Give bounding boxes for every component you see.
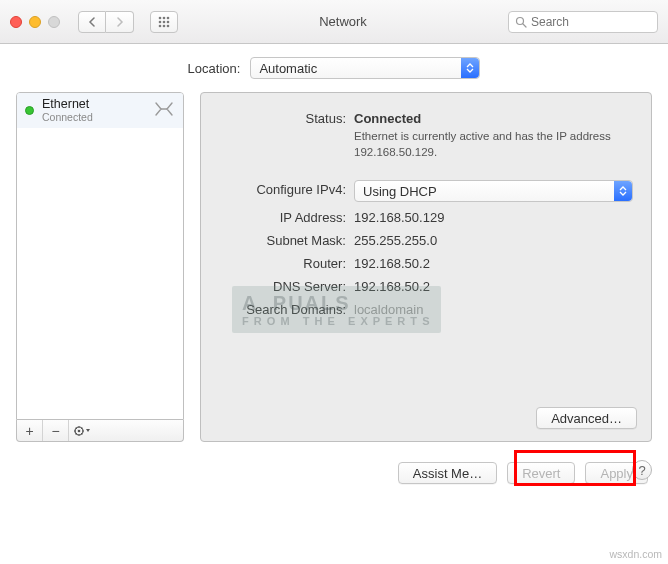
status-dot-icon: [25, 106, 34, 115]
search-domains-value: localdomain: [354, 300, 633, 317]
search-domains-label: Search Domains:: [219, 300, 354, 317]
services-list[interactable]: Ethernet Connected: [16, 92, 184, 420]
revert-button[interactable]: Revert: [507, 462, 575, 484]
search-field[interactable]: [508, 11, 658, 33]
chevron-updown-icon: [614, 181, 632, 201]
service-actions-button[interactable]: [69, 420, 95, 441]
svg-point-9: [517, 17, 524, 24]
window-title: Network: [186, 14, 500, 29]
svg-point-15: [78, 429, 81, 432]
assist-me-button[interactable]: Assist Me…: [398, 462, 497, 484]
configure-ipv4-value: Using DHCP: [363, 184, 437, 199]
configure-ipv4-label: Configure IPv4:: [219, 180, 354, 202]
window-titlebar: Network: [0, 0, 668, 44]
svg-point-8: [167, 24, 170, 27]
router-value: 192.168.50.2: [354, 254, 633, 271]
minimize-window-button[interactable]: [29, 16, 41, 28]
services-toolbar: + −: [16, 420, 184, 442]
svg-point-5: [167, 20, 170, 23]
back-button[interactable]: [78, 11, 106, 33]
search-input[interactable]: [531, 15, 651, 29]
svg-point-7: [163, 24, 166, 27]
ethernet-icon: [153, 100, 175, 122]
configure-ipv4-select[interactable]: Using DHCP: [354, 180, 633, 202]
location-select[interactable]: Automatic: [250, 57, 480, 79]
help-button[interactable]: ?: [632, 460, 652, 480]
service-name: Ethernet: [42, 98, 145, 112]
nav-back-forward: [78, 11, 134, 33]
close-window-button[interactable]: [10, 16, 22, 28]
search-icon: [515, 16, 527, 28]
svg-point-1: [163, 16, 166, 19]
location-row: Location: Automatic: [0, 44, 668, 92]
footer-buttons: Assist Me… Revert Apply: [0, 452, 668, 494]
svg-point-13: [165, 108, 167, 110]
sidebar-item-ethernet[interactable]: Ethernet Connected: [17, 93, 183, 128]
remove-service-button[interactable]: −: [43, 420, 69, 441]
svg-point-11: [163, 108, 165, 110]
chevron-updown-icon: [461, 58, 479, 78]
router-label: Router:: [219, 254, 354, 271]
dns-server-label: DNS Server:: [219, 277, 354, 294]
dns-server-value: 192.168.50.2: [354, 277, 633, 294]
svg-point-12: [161, 108, 163, 110]
status-subtext: Ethernet is currently active and has the…: [354, 129, 633, 160]
service-detail-pane: Status: Connected Ethernet is currently …: [200, 92, 652, 442]
services-sidebar: Ethernet Connected + −: [16, 92, 184, 442]
subnet-mask-label: Subnet Mask:: [219, 231, 354, 248]
svg-point-2: [167, 16, 170, 19]
service-status: Connected: [42, 112, 145, 124]
advanced-button[interactable]: Advanced…: [536, 407, 637, 429]
window-controls: [10, 16, 60, 28]
status-label: Status:: [219, 109, 354, 160]
forward-button[interactable]: [106, 11, 134, 33]
svg-point-3: [159, 20, 162, 23]
zoom-window-button[interactable]: [48, 16, 60, 28]
svg-point-0: [159, 16, 162, 19]
svg-line-10: [523, 24, 526, 27]
status-value: Connected: [354, 111, 421, 126]
credit-text: wsxdn.com: [609, 548, 662, 560]
ip-address-value: 192.168.50.129: [354, 208, 633, 225]
add-service-button[interactable]: +: [17, 420, 43, 441]
location-label: Location:: [188, 61, 241, 76]
subnet-mask-value: 255.255.255.0: [354, 231, 633, 248]
ip-address-label: IP Address:: [219, 208, 354, 225]
svg-point-6: [159, 24, 162, 27]
svg-point-4: [163, 20, 166, 23]
location-value: Automatic: [259, 61, 317, 76]
show-all-button[interactable]: [150, 11, 178, 33]
